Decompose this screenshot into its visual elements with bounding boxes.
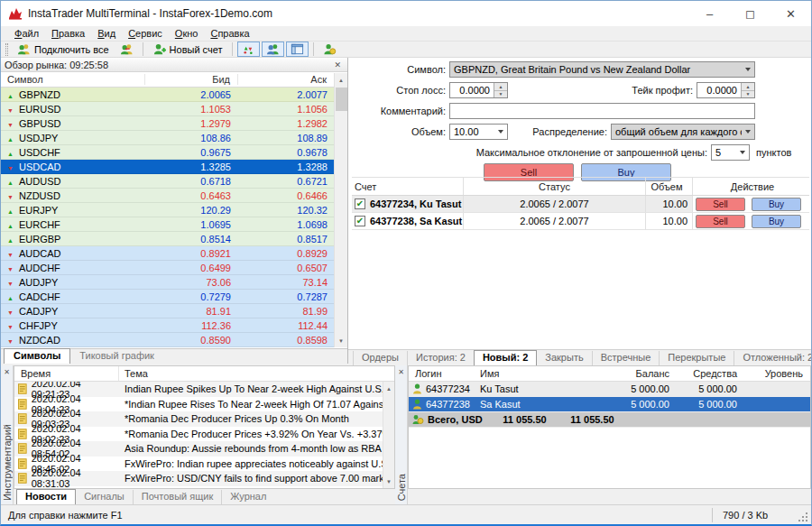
market-row[interactable]: CADCHF 0.7279 0.7287 xyxy=(1,290,335,304)
market-row[interactable]: GBPUSD 1.2979 1.2982 xyxy=(1,116,335,131)
comment-input[interactable] xyxy=(449,103,755,119)
market-row[interactable]: USDJPY 108.86 108.89 xyxy=(1,131,335,145)
market-row[interactable]: USDCAD 1.3285 1.3288 xyxy=(1,160,335,174)
market-row[interactable]: AUDCAD 0.8921 0.8929 xyxy=(1,246,335,261)
row-sell-button[interactable]: Sell xyxy=(696,198,745,211)
news-topic: Indian Rupee Spikes Up To Near 2-week Hi… xyxy=(119,383,383,394)
symbol-select[interactable]: GBPNZD, Great Britain Pound vs New Zeala… xyxy=(449,61,755,78)
market-row[interactable]: NZDCAD 0.8590 0.8598 xyxy=(1,333,335,347)
column-symbol[interactable]: Символ xyxy=(1,74,145,85)
take-profit-input[interactable]: 0.0000 ▲▼ xyxy=(697,82,755,98)
tab-symbols[interactable]: Символы xyxy=(4,348,70,364)
menu-item[interactable]: Файл xyxy=(8,28,45,39)
toolbar-separator xyxy=(313,42,314,56)
scroll-down-icon[interactable]: ▼ xyxy=(335,334,347,347)
bid-value: 1.2979 xyxy=(145,118,238,129)
distribution-combo[interactable]: общий объем для каждого ордера xyxy=(611,124,755,140)
resize-grip[interactable] xyxy=(798,512,808,522)
trade-tab[interactable]: Отложенный: 2 xyxy=(734,351,812,365)
market-row[interactable]: GBPNZD 2.0065 2.0077 xyxy=(1,88,335,102)
scroll-up-icon[interactable]: ▲ xyxy=(335,73,347,87)
market-row[interactable]: CADJPY 81.91 81.99 xyxy=(1,304,335,318)
disconnect-all-button[interactable] xyxy=(115,42,138,57)
market-row[interactable]: AUDUSD 0.6718 0.6721 xyxy=(1,174,335,189)
volume-combo[interactable]: 10.00 xyxy=(449,124,508,140)
step-down-icon[interactable]: ▼ xyxy=(742,90,754,98)
accounts-close-icon[interactable]: ✕ xyxy=(395,365,407,376)
menu-item[interactable]: Справка xyxy=(204,28,255,39)
order-account-row[interactable]: ✔64377234, Ku Tasut 2.0065 / 2.0077 10.0… xyxy=(352,196,809,213)
market-row[interactable]: EURUSD 1.1053 1.1056 xyxy=(1,102,335,116)
scroll-thumb[interactable] xyxy=(336,88,347,111)
trade-tab[interactable]: Перекрытые xyxy=(659,351,734,365)
stop-loss-stepper[interactable]: ▲▼ xyxy=(494,83,507,97)
login-cell: 64377234 xyxy=(409,382,476,396)
toolbox-tab[interactable]: Почтовый ящик xyxy=(133,490,221,504)
symbol-label: AUDUSD xyxy=(19,176,60,187)
trade-tab[interactable]: Закрыть xyxy=(537,351,591,365)
market-row[interactable]: EURCHF 1.0695 1.0698 xyxy=(1,217,335,232)
row-sell-button[interactable]: Sell xyxy=(696,215,745,228)
deviation-value: 5 xyxy=(712,147,736,158)
column-ask[interactable]: Аск xyxy=(238,74,334,85)
account-row[interactable]: 64377234 Ku Tasut 5 000.00 5 000.00 xyxy=(409,382,810,397)
trade-tab[interactable]: История: 2 xyxy=(407,351,474,365)
market-row[interactable]: EURJPY 120.29 120.32 xyxy=(1,203,335,217)
new-account-button[interactable]: Новый счет xyxy=(148,42,227,57)
bid-value: 0.8921 xyxy=(145,248,238,259)
scroll-down-icon[interactable]: ▼ xyxy=(383,475,394,488)
toolbox-tab[interactable]: Журнал xyxy=(221,490,274,504)
checkbox-checked[interactable]: ✔ xyxy=(355,216,365,226)
toolbox-toggle-icon xyxy=(291,42,304,56)
row-buy-button[interactable]: Buy xyxy=(752,215,801,228)
accounts-toggle[interactable] xyxy=(262,42,284,57)
window-title: InstaTrader MultiTerminal - InstaForex-1… xyxy=(28,7,272,20)
market-row[interactable]: CHFJPY 112.36 112.44 xyxy=(1,318,335,333)
tab-tick-chart[interactable]: Тиковый график xyxy=(70,349,163,364)
action-cell: Sell Buy xyxy=(693,215,809,228)
market-row[interactable]: AUDCHF 0.6499 0.6507 xyxy=(1,261,335,275)
deviation-combo[interactable]: 5 xyxy=(711,144,750,161)
scroll-up-icon[interactable]: ▲ xyxy=(383,382,394,395)
market-watch-toggle[interactable] xyxy=(237,42,260,57)
take-profit-stepper[interactable]: ▲▼ xyxy=(741,83,754,97)
news-header: Время Тема xyxy=(14,366,394,382)
menu-item[interactable]: Правка xyxy=(45,28,91,39)
stop-loss-input[interactable]: 0.0000 ▲▼ xyxy=(449,82,508,98)
close-button[interactable]: ✕ xyxy=(770,1,811,26)
toolbox-tab[interactable]: Новости xyxy=(16,489,76,504)
news-row[interactable]: 2020.02.04 08:31:03 FxWirePro: USD/CNY f… xyxy=(14,471,383,486)
market-row[interactable]: EURGBP 0.8514 0.8517 xyxy=(1,232,335,246)
trade-tab[interactable]: Новый: 2 xyxy=(474,350,537,365)
connect-all-button[interactable]: Подключить все xyxy=(13,42,114,57)
toolbar-grip[interactable] xyxy=(5,43,8,56)
toolbox-tab[interactable]: Сигналы xyxy=(76,490,133,504)
accounts-total-row: Всего, USD 11 055.50 11 055.50 xyxy=(409,412,810,428)
checkbox-checked[interactable]: ✔ xyxy=(355,198,365,209)
step-up-icon[interactable]: ▲ xyxy=(742,83,754,90)
toolbox-close-icon[interactable]: ✕ xyxy=(1,365,13,376)
row-buy-button[interactable]: Buy xyxy=(752,198,801,211)
trade-tab[interactable]: Встречные xyxy=(592,351,660,365)
step-down-icon[interactable]: ▼ xyxy=(494,90,507,98)
order-account-row[interactable]: ✔64377238, Sa Kasut 2.0065 / 2.0077 10.0… xyxy=(352,213,809,230)
market-row[interactable]: AUDJPY 73.06 73.14 xyxy=(1,275,335,290)
market-watch-close-icon[interactable]: ✕ xyxy=(331,60,344,69)
ask-value: 73.14 xyxy=(238,277,335,288)
maximize-button[interactable]: ◻ xyxy=(730,1,770,26)
menu-item[interactable]: Вид xyxy=(91,28,122,39)
step-up-icon[interactable]: ▲ xyxy=(494,83,507,90)
menu-item[interactable]: Окно xyxy=(169,28,205,39)
trade-tab[interactable]: Ордеры xyxy=(353,351,407,365)
symbol-cell: CHFJPY xyxy=(1,320,145,331)
account-settings-button[interactable] xyxy=(318,42,341,57)
news-scrollbar[interactable]: ▲ ▼ xyxy=(383,382,394,488)
toolbox-toggle[interactable] xyxy=(286,42,309,57)
market-row[interactable]: USDCHF 0.9675 0.9678 xyxy=(1,145,335,160)
menu-item[interactable]: Сервис xyxy=(122,28,169,39)
column-bid[interactable]: Бид xyxy=(145,74,238,85)
minimize-button[interactable]: – xyxy=(689,1,730,26)
market-watch-scrollbar[interactable]: ▲ ▼ xyxy=(334,73,347,347)
market-row[interactable]: NZDUSD 0.6463 0.6466 xyxy=(1,189,335,203)
account-row[interactable]: 64377238 Sa Kasut 5 000.00 5 000.00 xyxy=(409,397,810,412)
